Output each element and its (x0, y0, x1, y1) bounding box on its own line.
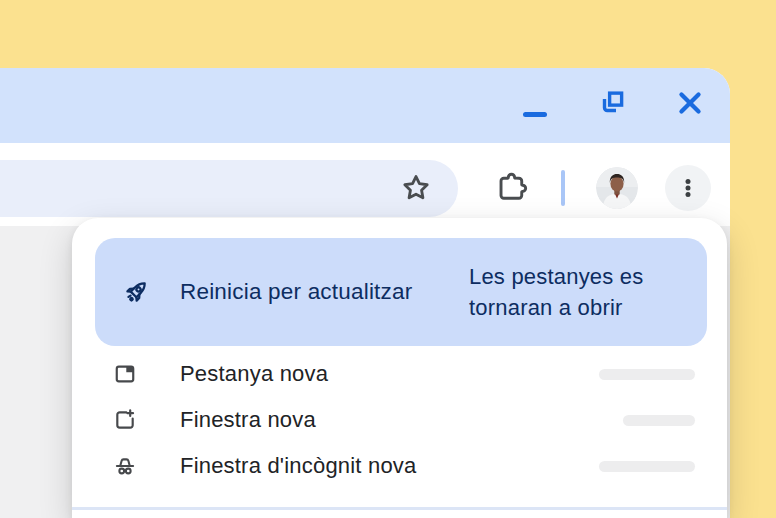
menu-item-label: Finestra d'incògnit nova (180, 453, 416, 479)
extensions-icon[interactable] (493, 170, 528, 205)
toolbar-divider (561, 170, 565, 206)
shortcut-placeholder (599, 369, 695, 380)
close-icon[interactable] (674, 87, 706, 119)
shortcut-placeholder (599, 461, 695, 472)
minimize-icon[interactable] (523, 112, 547, 117)
restore-icon[interactable] (598, 87, 628, 117)
menu-item-new-tab[interactable]: Pestanya nova (72, 351, 727, 397)
incognito-icon (112, 453, 138, 479)
more-menu-button[interactable] (665, 165, 711, 211)
rocket-launch-icon (120, 276, 152, 308)
address-bar[interactable] (0, 160, 458, 217)
menu-item-new-incognito-window[interactable]: Finestra d'incògnit nova (72, 443, 727, 489)
more-vert-icon (673, 173, 703, 203)
menu-section-divider (72, 507, 727, 510)
avatar-image (596, 167, 638, 209)
menu-item-label: Pestanya nova (180, 361, 328, 387)
window-titlebar (0, 68, 730, 143)
new-window-icon (112, 407, 138, 433)
menu-item-restart-to-update[interactable]: Reinicia per actualitzar Les pestanyes e… (95, 238, 707, 346)
menu-item-new-window[interactable]: Finestra nova (72, 397, 727, 443)
menu-item-label: Finestra nova (180, 407, 316, 433)
restart-item-hint: Les pestanyes es tornaran a obrir (469, 261, 683, 323)
bookmark-star-icon[interactable] (398, 170, 434, 206)
shortcut-placeholder (623, 415, 695, 426)
profile-avatar[interactable] (596, 167, 638, 209)
menu-items-list: Pestanya nova Finestra nova (72, 351, 727, 489)
chrome-menu-panel: Reinicia per actualitzar Les pestanyes e… (72, 218, 727, 518)
restart-item-label: Reinicia per actualitzar (180, 279, 469, 305)
new-tab-icon (112, 361, 138, 387)
